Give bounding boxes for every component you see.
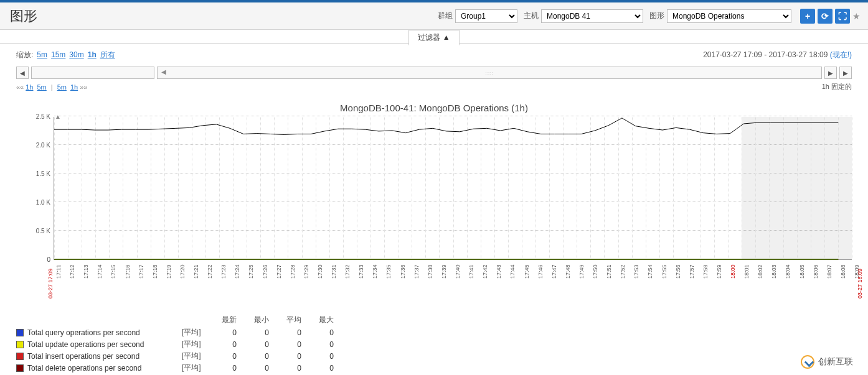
x-tick: 17:37 bbox=[413, 264, 420, 279]
legend-value: 0 bbox=[213, 326, 245, 338]
watermark: 创新互联 bbox=[797, 354, 857, 370]
timeline-slider-row: ◀ ◀ :::: ▶ ▶ bbox=[16, 66, 852, 80]
legend-name: Total insert operations per second bbox=[16, 350, 182, 362]
nav-back-5m[interactable]: 5m bbox=[37, 83, 47, 91]
x-tick: 17:46 bbox=[537, 264, 544, 279]
x-tick: 17:14 bbox=[97, 264, 103, 279]
x-start-label: 03-27 17:09 bbox=[47, 269, 54, 299]
legend-value: 0 bbox=[278, 338, 310, 350]
x-tick: 17:34 bbox=[372, 264, 378, 279]
x-tick: 17:15 bbox=[110, 264, 116, 279]
scroll-right-end-button[interactable]: ▶ bbox=[839, 67, 852, 79]
x-tick: 17:12 bbox=[69, 264, 75, 279]
x-tick: 17:21 bbox=[193, 264, 199, 279]
legend-swatch bbox=[16, 364, 24, 372]
x-tick: 17:16 bbox=[125, 264, 131, 279]
zoom-15m[interactable]: 15m bbox=[51, 50, 65, 59]
time-to: 2017-03-27 18:09 bbox=[769, 50, 828, 59]
x-tick: 18:07 bbox=[826, 264, 833, 279]
page-header: 图形 群组 Group1 主机 MongoDB 41 图形 MongoDB Op… bbox=[0, 2, 868, 30]
legend-name: Total delete operations per second bbox=[16, 362, 182, 374]
x-tick: 17:13 bbox=[83, 264, 89, 279]
legend-type: [平均] bbox=[182, 326, 213, 338]
legend-value: 0 bbox=[245, 326, 278, 338]
chart-area: MongoDB-100-41: MongoDB Operations (1h) … bbox=[16, 103, 852, 303]
zoom-1h[interactable]: 1h bbox=[88, 50, 97, 59]
host-label: 主机 bbox=[524, 11, 539, 21]
legend-value: 0 bbox=[245, 338, 278, 350]
legend-value: 0 bbox=[245, 362, 278, 374]
legend-header: 最新 bbox=[213, 313, 245, 326]
favorite-icon[interactable]: ★ bbox=[852, 11, 861, 21]
x-tick: 17:50 bbox=[592, 264, 598, 279]
x-tick: 17:27 bbox=[276, 264, 282, 279]
x-tick: 17:57 bbox=[689, 264, 695, 279]
x-end-label: 03-27 18:09 bbox=[857, 269, 863, 299]
legend-header: 最小 bbox=[245, 313, 278, 326]
legend-value: 0 bbox=[278, 326, 310, 338]
x-tick: 17:55 bbox=[661, 264, 668, 279]
series-line bbox=[54, 118, 838, 135]
page-title: 图形 bbox=[10, 7, 37, 25]
host-selector-wrap: 主机 MongoDB 41 bbox=[524, 9, 643, 23]
x-tick: 17:17 bbox=[138, 264, 144, 279]
group-select[interactable]: Group1 bbox=[455, 9, 517, 23]
zoom-5m[interactable]: 5m bbox=[37, 50, 47, 59]
legend-value: 0 bbox=[278, 362, 310, 374]
legend-type: [平均] bbox=[182, 362, 213, 374]
legend-type: [平均] bbox=[182, 338, 213, 350]
legend-swatch bbox=[16, 353, 24, 360]
legend-value: 0 bbox=[245, 350, 278, 362]
x-tick: 17:33 bbox=[358, 264, 364, 279]
x-tick: 17:18 bbox=[152, 264, 158, 279]
host-select[interactable]: MongoDB 41 bbox=[541, 9, 643, 23]
x-tick: 18:05 bbox=[799, 264, 805, 279]
x-tick: 17:41 bbox=[468, 264, 474, 279]
nav-left-outer[interactable]: «« bbox=[16, 83, 24, 91]
slider-grip-icon[interactable]: :::: bbox=[486, 70, 494, 76]
nav-fwd-5m[interactable]: 5m bbox=[57, 83, 67, 91]
graph-label: 图形 bbox=[649, 11, 664, 21]
legend-swatch bbox=[16, 329, 24, 336]
zoom-30m[interactable]: 30m bbox=[69, 50, 83, 59]
legend-header: 平均 bbox=[278, 313, 310, 326]
nav-fwd-1h[interactable]: 1h bbox=[70, 83, 78, 91]
timeline-main[interactable]: ◀ :::: bbox=[157, 67, 822, 79]
zoom-所有[interactable]: 所有 bbox=[100, 50, 115, 59]
x-tick: 18:02 bbox=[757, 264, 763, 279]
content-area: 缩放: 5m15m30m1h所有 2017-03-27 17:09 - 2017… bbox=[0, 44, 868, 375]
nav-sep: | bbox=[51, 83, 53, 91]
graph-select[interactable]: MongoDB Operations bbox=[667, 9, 791, 23]
x-tick: 17:35 bbox=[385, 264, 392, 279]
chart-plot-box: ▲ 00.5 K1.0 K1.5 K2.0 K2.5 K bbox=[54, 117, 852, 260]
y-tick: 0.5 K bbox=[36, 228, 50, 234]
timeline-overview[interactable] bbox=[31, 67, 154, 79]
x-tick: 17:26 bbox=[262, 264, 268, 279]
x-axis: 17:1117:1217:1317:1417:1517:1617:1717:18… bbox=[54, 260, 852, 303]
y-tick: 0 bbox=[47, 256, 50, 263]
x-tick: 17:49 bbox=[578, 264, 585, 279]
x-tick: 17:43 bbox=[496, 264, 502, 279]
x-tick: 18:00 bbox=[730, 264, 736, 279]
filter-toggle[interactable]: 过滤器 ▲ bbox=[408, 30, 459, 45]
x-tick: 17:20 bbox=[179, 264, 186, 279]
x-tick: 17:19 bbox=[166, 264, 172, 279]
slider-handle-left-icon[interactable]: ◀ bbox=[161, 68, 166, 75]
add-button[interactable]: + bbox=[800, 9, 815, 24]
time-nav-row: «« 1h 5m | 5m 1h »» 1h 固定的 bbox=[16, 82, 852, 91]
fullscreen-button[interactable]: ⛶ bbox=[835, 9, 850, 24]
watermark-text: 创新互联 bbox=[818, 356, 853, 368]
x-tick: 17:25 bbox=[248, 264, 254, 279]
scroll-left-small-button[interactable]: ◀ bbox=[16, 67, 29, 79]
plot-svg bbox=[54, 117, 852, 259]
legend-swatch bbox=[16, 341, 24, 348]
legend-row: Total delete operations per second[平均]00… bbox=[16, 362, 342, 374]
time-from: 2017-03-27 17:09 bbox=[703, 50, 762, 59]
refresh-button[interactable]: ⟳ bbox=[818, 9, 833, 24]
watermark-logo-icon bbox=[801, 355, 814, 369]
now-link[interactable]: (现在!) bbox=[830, 50, 852, 59]
nav-right-outer[interactable]: »» bbox=[80, 83, 87, 91]
scroll-right-small-button[interactable]: ▶ bbox=[824, 67, 837, 79]
nav-back-1h[interactable]: 1h bbox=[26, 83, 33, 91]
x-tick: 17:36 bbox=[400, 264, 406, 279]
